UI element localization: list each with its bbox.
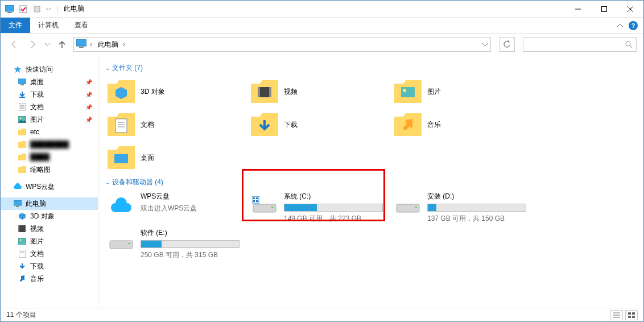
svg-rect-0 bbox=[5, 5, 14, 11]
tab-computer[interactable]: 计算机 bbox=[30, 18, 67, 33]
folder-icon bbox=[394, 78, 422, 105]
sidebar-3d-objects[interactable]: 3D 对象 bbox=[1, 210, 98, 222]
sidebar-wps[interactable]: WPS云盘 bbox=[1, 180, 98, 193]
sidebar-pictures2[interactable]: 图片 bbox=[1, 235, 98, 247]
drive-e[interactable]: 软件 (E:) 250 GB 可用，共 315 GB bbox=[105, 226, 249, 262]
breadcrumb-root-arrow[interactable]: › bbox=[90, 40, 92, 48]
drive-wps[interactable]: WPS云盘 双击进入WPS云盘 bbox=[105, 189, 249, 226]
sidebar-item-blurred[interactable]: ████████ bbox=[1, 138, 98, 151]
sidebar-item-blurred[interactable]: ████ bbox=[1, 151, 98, 163]
drive-bar-fill bbox=[284, 204, 317, 211]
sidebar-documents[interactable]: 文档 📌 bbox=[1, 101, 98, 113]
maximize-button[interactable] bbox=[591, 1, 617, 18]
search-box[interactable] bbox=[523, 37, 637, 52]
svg-rect-3 bbox=[34, 6, 40, 12]
folder-pictures[interactable]: 图片 bbox=[392, 75, 535, 108]
folder-desktop[interactable]: 桌面 bbox=[105, 141, 249, 174]
cloud-icon bbox=[108, 192, 135, 219]
sidebar-thumbnails[interactable]: 缩略图 bbox=[1, 163, 98, 176]
explorer-window: | 此电脑 文件 计算机 查看 ? › 此电脑 › bbox=[0, 0, 644, 322]
drive-c[interactable]: 系统 (C:) 149 GB 可用，共 223 GB bbox=[249, 189, 392, 226]
svg-rect-42 bbox=[252, 196, 259, 203]
qat-app-icon[interactable] bbox=[31, 3, 43, 15]
nav-pane: 快速访问 桌面 📌 下载 📌 文档 📌 bbox=[1, 55, 98, 308]
view-details-button[interactable] bbox=[610, 310, 623, 320]
svg-rect-24 bbox=[18, 225, 19, 232]
sidebar-quick-access[interactable]: 快速访问 bbox=[1, 63, 98, 76]
breadcrumb-arrow[interactable]: › bbox=[123, 40, 125, 48]
svg-point-34 bbox=[403, 89, 406, 92]
sidebar-pictures[interactable]: 图片 📌 bbox=[1, 113, 98, 126]
section-folders[interactable]: ⌄ 文件夹 (7) bbox=[105, 63, 637, 73]
chevron-down-icon: ⌄ bbox=[105, 179, 110, 185]
svg-rect-25 bbox=[25, 225, 26, 232]
nav-back-button[interactable] bbox=[7, 38, 21, 51]
address-icon bbox=[76, 39, 86, 49]
view-large-button[interactable] bbox=[625, 310, 638, 320]
disk-icon bbox=[108, 228, 135, 255]
svg-rect-28 bbox=[19, 250, 26, 258]
star-icon bbox=[13, 65, 22, 74]
drive-grid: WPS云盘 双击进入WPS云盘 系统 (C:) 149 GB 可用，共 223 … bbox=[105, 189, 637, 262]
svg-rect-56 bbox=[628, 316, 631, 318]
drive-d[interactable]: 安装 (D:) 137 GB 可用，共 150 GB bbox=[392, 189, 535, 226]
svg-rect-40 bbox=[253, 204, 276, 212]
breadcrumb-item[interactable]: 此电脑 bbox=[96, 39, 121, 51]
folder-icon bbox=[394, 111, 422, 138]
tab-file[interactable]: 文件 bbox=[1, 18, 30, 33]
minimize-button[interactable] bbox=[565, 1, 591, 18]
search-input[interactable] bbox=[527, 40, 625, 48]
close-button[interactable] bbox=[617, 1, 643, 18]
video-icon bbox=[18, 224, 27, 233]
body: 快速访问 桌面 📌 下载 📌 文档 📌 bbox=[1, 55, 643, 308]
cloud-icon bbox=[13, 182, 22, 191]
pin-icon: 📌 bbox=[85, 117, 92, 123]
folder-documents[interactable]: 文档 bbox=[105, 108, 249, 141]
drive-bar-fill bbox=[141, 241, 162, 247]
svg-rect-57 bbox=[632, 316, 635, 318]
folder-icon bbox=[18, 127, 27, 137]
sidebar-downloads2[interactable]: 下载 bbox=[1, 260, 98, 273]
svg-rect-41 bbox=[271, 207, 274, 208]
drive-bar-fill bbox=[428, 204, 436, 211]
download-icon bbox=[18, 262, 27, 271]
desktop-icon bbox=[18, 77, 27, 86]
address-dropdown-icon[interactable] bbox=[482, 42, 488, 47]
svg-rect-5 bbox=[602, 6, 607, 11]
help-icon[interactable]: ? bbox=[629, 21, 638, 30]
folder-downloads[interactable]: 下载 bbox=[249, 108, 392, 141]
titlebar: | 此电脑 bbox=[1, 1, 643, 18]
folder-music[interactable]: 音乐 bbox=[392, 108, 535, 141]
drive-bar bbox=[427, 204, 526, 212]
music-icon bbox=[18, 274, 27, 283]
sidebar-music[interactable]: 音乐 bbox=[1, 273, 98, 285]
document-icon bbox=[18, 249, 27, 258]
svg-rect-31 bbox=[258, 87, 260, 97]
svg-point-27 bbox=[20, 240, 22, 241]
svg-rect-54 bbox=[628, 312, 631, 315]
sidebar-this-pc[interactable]: 此电脑 bbox=[1, 197, 98, 210]
section-drives[interactable]: ⌄ 设备和驱动器 (4) bbox=[105, 177, 637, 187]
qat-dropdown-icon[interactable] bbox=[45, 3, 52, 15]
folder-videos[interactable]: 视频 bbox=[249, 75, 392, 108]
refresh-button[interactable] bbox=[499, 37, 515, 52]
svg-rect-45 bbox=[253, 200, 255, 202]
tab-view[interactable]: 查看 bbox=[67, 18, 96, 33]
sidebar-documents2[interactable]: 文档 bbox=[1, 247, 98, 260]
nav-forward-button[interactable] bbox=[26, 38, 39, 51]
qat-checkbox-icon[interactable] bbox=[18, 3, 29, 15]
svg-rect-12 bbox=[18, 79, 26, 84]
nav-up-button[interactable] bbox=[55, 38, 69, 51]
breadcrumb: 此电脑 › bbox=[96, 39, 125, 51]
svg-rect-47 bbox=[397, 204, 419, 212]
sidebar-etc[interactable]: etc bbox=[1, 126, 98, 138]
svg-rect-50 bbox=[128, 243, 130, 244]
svg-rect-35 bbox=[115, 119, 127, 133]
sidebar-videos[interactable]: 视频 bbox=[1, 222, 98, 235]
address-bar[interactable]: › 此电脑 › bbox=[73, 37, 491, 52]
nav-recent-dropdown[interactable] bbox=[44, 38, 51, 51]
ribbon-collapse-icon[interactable] bbox=[617, 23, 623, 28]
folder-3d-objects[interactable]: 3D 对象 bbox=[105, 75, 249, 108]
sidebar-desktop[interactable]: 桌面 📌 bbox=[1, 76, 98, 88]
sidebar-downloads[interactable]: 下载 📌 bbox=[1, 88, 98, 101]
